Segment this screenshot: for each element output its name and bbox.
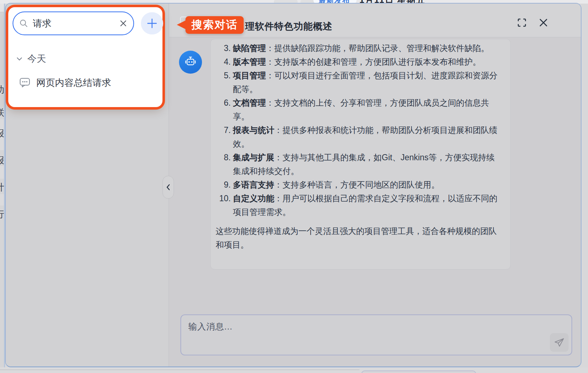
feature-term: 缺陷管理: [233, 43, 266, 53]
conversation-list: 网页内容总结请求: [19, 74, 156, 91]
background-left-strip: 动联报报计行: [0, 4, 5, 367]
chevron-down-icon: [16, 56, 23, 61]
chevron-left-icon: [165, 184, 171, 191]
background-input-fragment: [361, 370, 476, 373]
background-partial-char: 联: [0, 106, 4, 119]
feature-list-item: 4. 版本管理：支持版本的创建和管理，方便团队进行版本发布和维护。: [216, 55, 500, 69]
feature-list-item: 9. 多语言支持：支持多种语言，方便不同地区的团队使用。: [216, 178, 500, 192]
feature-description: 提供缺陷跟踪功能，帮助团队记录、管理和解决软件缺陷。: [274, 43, 489, 53]
search-icon: [19, 19, 28, 28]
feature-list-item: 10. 自定义功能：用户可以根据自己的需求自定义字段和流程，以适应不同的项目管理…: [216, 192, 500, 219]
list-item-number: 6.: [216, 96, 231, 123]
feature-list-item: 6. 文档管理：支持文档的上传、分享和管理，方便团队成员之间的信息共享。: [216, 96, 500, 123]
sidebar-collapse-handle[interactable]: [162, 176, 174, 199]
chat-area: 理软件特色功能概述: [169, 4, 582, 367]
plus-icon: [146, 18, 158, 29]
chat-bubble-icon: [19, 77, 31, 88]
clear-search-icon[interactable]: [119, 19, 128, 28]
search-box[interactable]: [13, 11, 134, 35]
background-divider: [0, 369, 359, 370]
message-closing-paragraph: 这些功能使得禅道成为一个灵活且强大的项目管理工具，适合各种规模的团队和项目。: [216, 224, 500, 252]
list-item-number: 3.: [216, 41, 231, 55]
list-item-number: 8.: [216, 151, 231, 178]
list-item-number: 9.: [216, 178, 231, 192]
background-partial-char: 动: [0, 83, 4, 96]
conversation-item-label: 网页内容总结请求: [36, 77, 111, 89]
feature-term: 集成与扩展: [233, 153, 274, 162]
feature-term: 项目管理: [233, 71, 266, 80]
send-icon: [554, 337, 565, 348]
feature-term: 版本管理: [233, 57, 266, 66]
fullscreen-button[interactable]: [516, 17, 527, 28]
message-input[interactable]: 输入消息...: [180, 314, 572, 355]
background-header-fragment: [0, 4, 5, 12]
background-partial-char: 报: [0, 154, 4, 167]
dialog-title: 理软件特色功能概述: [245, 20, 332, 33]
annotation-callout: 搜索对话: [185, 16, 244, 34]
conversation-search-panel: 今天 网页内容总结请求: [8, 7, 162, 107]
background-partial-char: 报: [0, 127, 4, 140]
background-row: [0, 194, 5, 206]
send-button[interactable]: [550, 333, 569, 352]
feature-list-item: 7. 报表与统计：提供多种报表和统计功能，帮助团队分析项目进展和团队绩效。: [216, 123, 500, 151]
message-input-placeholder: 输入消息...: [188, 321, 233, 332]
background-bottom-strip: [0, 367, 588, 373]
new-conversation-button[interactable]: [141, 12, 163, 34]
feature-list: 3. 缺陷管理：提供缺陷跟踪功能，帮助团队记录、管理和解决软件缺陷。 4. 版本…: [216, 41, 500, 219]
background-partial-char: 行: [0, 208, 4, 221]
list-item-number: 7.: [216, 123, 231, 151]
background-row: [0, 166, 5, 179]
background-partial-char: 计: [0, 181, 4, 194]
close-button[interactable]: [538, 17, 549, 28]
feature-term: 多语言支持: [233, 180, 274, 189]
feature-description: 支持版本的创建和管理，方便团队进行版本发布和维护。: [274, 57, 481, 66]
feature-list-item: 8. 集成与扩展：支持与其他工具的集成，如Git、Jenkins等，方便实现持续…: [216, 151, 500, 178]
assistant-message: 3. 缺陷管理：提供缺陷跟踪功能，帮助团队记录、管理和解决软件缺陷。 4. 版本…: [210, 39, 511, 270]
list-item-number: 4.: [216, 55, 231, 69]
group-today-label: 今天: [27, 52, 46, 65]
group-today[interactable]: 今天: [16, 52, 46, 65]
feature-list-item: 3. 缺陷管理：提供缺陷跟踪功能，帮助团队记录、管理和解决软件缺陷。: [216, 41, 500, 55]
robot-icon: [184, 55, 197, 69]
close-icon: [539, 18, 548, 27]
list-item-number: 5.: [216, 69, 231, 96]
fullscreen-icon: [517, 18, 527, 27]
feature-term: 报表与统计: [233, 125, 274, 135]
search-input[interactable]: [33, 18, 119, 29]
feature-term: 自定义功能: [233, 194, 274, 203]
assistant-avatar: [179, 51, 202, 74]
conversation-item[interactable]: 网页内容总结请求: [19, 74, 156, 91]
annotation-callout-label: 搜索对话: [192, 18, 238, 32]
feature-term: 文档管理: [233, 98, 266, 107]
list-item-number: 10.: [216, 192, 231, 219]
feature-description: 支持多种语言，方便不同地区的团队使用。: [282, 180, 440, 189]
feature-list-item: 5. 项目管理：可以对项目进行全面管理，包括项目计划、进度跟踪和资源分配等。: [216, 69, 500, 96]
